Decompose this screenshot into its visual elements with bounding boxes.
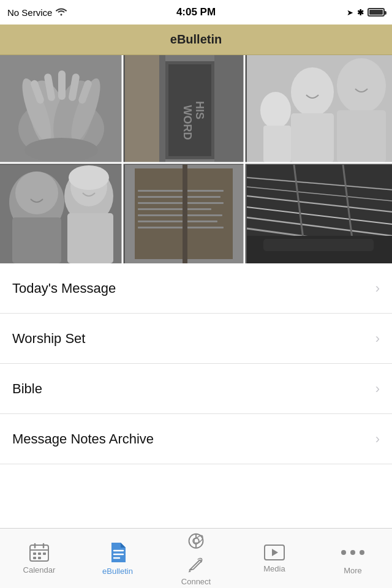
svg-rect-71 <box>38 557 41 559</box>
hero-image: HIS WORD <box>0 55 392 263</box>
svg-rect-68 <box>38 552 41 555</box>
menu-item-bible[interactable]: Bible › <box>0 364 392 414</box>
svg-marker-80 <box>272 549 278 556</box>
svg-rect-43 <box>138 221 217 222</box>
tab-connect-label: Connect <box>181 577 211 586</box>
chevron-right-icon: › <box>375 331 380 347</box>
svg-rect-41 <box>138 208 211 210</box>
tab-ebulletin-label: eBulletin <box>102 567 133 576</box>
nav-bar: eBulletin <box>0 24 392 55</box>
svg-rect-27 <box>263 126 291 162</box>
svg-rect-9 <box>58 70 66 100</box>
tab-more-label: More <box>344 566 362 575</box>
more-dots <box>341 542 364 563</box>
dot-1 <box>341 550 346 555</box>
dot-2 <box>350 550 355 555</box>
svg-rect-67 <box>33 552 36 555</box>
calendar-icon <box>29 543 50 562</box>
svg-rect-18 <box>159 55 165 162</box>
svg-point-26 <box>260 92 291 129</box>
svg-point-23 <box>337 58 386 113</box>
svg-rect-19 <box>125 55 159 162</box>
svg-rect-35 <box>67 213 113 263</box>
menu-item-worship-set[interactable]: Worship Set › <box>0 314 392 364</box>
document-icon <box>108 541 127 564</box>
wifi-icon <box>56 7 67 18</box>
connect-icon <box>186 531 206 551</box>
tab-calendar-label: Calendar <box>23 565 56 575</box>
tab-ebulletin[interactable]: eBulletin <box>78 531 157 586</box>
chevron-right-icon: › <box>375 381 380 397</box>
svg-rect-45 <box>183 165 187 263</box>
svg-rect-44 <box>138 227 224 228</box>
svg-rect-69 <box>43 552 46 555</box>
location-icon: ➤ <box>347 8 353 17</box>
status-time: 4:05 PM <box>176 6 216 18</box>
tab-calendar[interactable]: Calendar <box>0 531 78 586</box>
svg-rect-57 <box>263 239 374 251</box>
bluetooth-icon: ✱ <box>357 8 364 17</box>
svg-rect-25 <box>337 110 386 162</box>
svg-rect-40 <box>138 202 224 204</box>
tab-media[interactable]: Media <box>235 531 314 586</box>
svg-point-12 <box>24 138 98 162</box>
svg-rect-70 <box>33 557 36 559</box>
svg-rect-34 <box>12 217 61 263</box>
status-bar: No Service 4:05 PM ➤ ✱ <box>0 0 392 24</box>
svg-point-30 <box>15 172 58 214</box>
svg-text:WORD: WORD <box>181 105 194 140</box>
tab-bar: Calendar eBulletin Connect <box>0 528 392 588</box>
svg-text:HIS: HIS <box>194 101 206 119</box>
svg-rect-20 <box>214 55 244 162</box>
svg-rect-42 <box>138 214 222 216</box>
svg-rect-38 <box>138 190 224 192</box>
page-title: eBulletin <box>170 32 222 47</box>
tab-connect[interactable]: Connect <box>157 531 235 586</box>
tab-media-label: Media <box>263 564 285 573</box>
menu-item-todays-message[interactable]: Today's Message › <box>0 263 392 314</box>
svg-rect-24 <box>291 113 334 162</box>
menu-list: Today's Message › Worship Set › Bible › … <box>0 263 392 464</box>
chevron-right-icon: › <box>375 431 380 447</box>
menu-item-message-notes-archive[interactable]: Message Notes Archive › <box>0 414 392 464</box>
pen-icon <box>186 554 206 574</box>
battery-icon <box>368 8 385 17</box>
svg-point-33 <box>69 165 109 190</box>
dot-3 <box>360 550 364 555</box>
media-icon <box>263 544 285 561</box>
tab-more[interactable]: More <box>314 531 392 586</box>
chevron-right-icon: › <box>375 281 380 296</box>
svg-rect-39 <box>138 196 221 198</box>
svg-point-22 <box>291 67 334 116</box>
carrier-text: No Service <box>7 7 52 18</box>
